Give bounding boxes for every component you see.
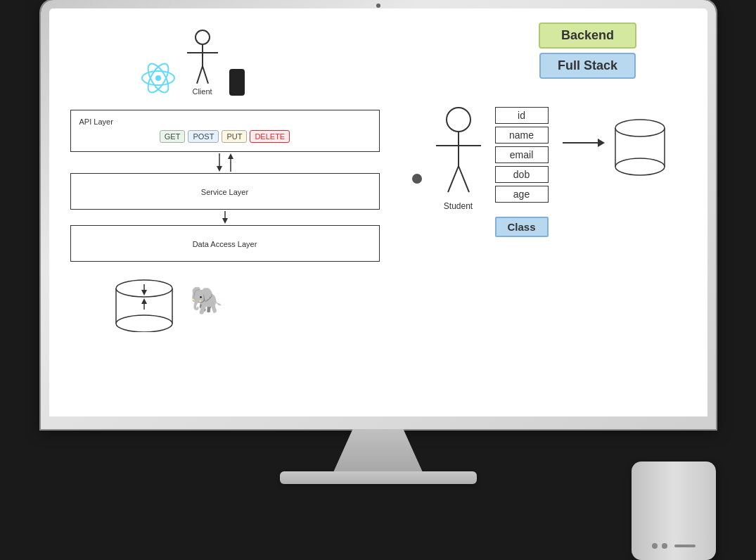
dot — [412, 174, 422, 184]
person-head — [195, 30, 210, 45]
monitor-wrapper: Client API Layer GET POST PUT DELETE — [41, 0, 716, 560]
svg-point-3 — [155, 75, 161, 81]
put-badge: PUT — [222, 130, 247, 143]
badge-row: Backend Full Stack — [475, 23, 700, 79]
screen-content: Client API Layer GET POST PUT DELETE — [49, 8, 707, 416]
fullstack-badge: Full Stack — [539, 53, 636, 79]
dal-layer-box: Data Access Layer — [70, 225, 380, 262]
post-badge: POST — [188, 130, 219, 143]
phone-icon — [229, 69, 245, 96]
http-methods: GET POST PUT DELETE — [79, 130, 371, 143]
stand-neck — [315, 429, 442, 471]
dal-layer-label: Data Access Layer — [193, 240, 257, 248]
mac-pro-port-1 — [652, 543, 658, 549]
right-panel: Backend Full Stack — [405, 23, 700, 237]
svg-marker-9 — [222, 218, 228, 224]
field-email: email — [495, 146, 549, 163]
db-right-svg — [612, 114, 668, 177]
uml-person: Student — [436, 107, 481, 211]
db-section: 🐘 — [113, 276, 380, 332]
person-icon: Client — [187, 30, 218, 96]
arrow-line — [563, 142, 598, 144]
mac-pro-line — [674, 545, 696, 547]
api-layer-label: API Layer — [79, 117, 371, 126]
arrow-head — [598, 139, 605, 147]
svg-marker-5 — [217, 166, 222, 172]
stand-base — [280, 471, 477, 484]
mac-pro-port-2 — [662, 543, 667, 549]
arrow-db-right — [563, 139, 605, 147]
camera-dot — [376, 4, 380, 8]
get-badge: GET — [160, 130, 186, 143]
service-dal-arrow — [70, 210, 380, 225]
postgresql-icon: 🐘 — [190, 285, 223, 316]
student-label: Student — [444, 201, 473, 211]
service-layer-label: Service Layer — [201, 188, 248, 196]
service-layer-box: Service Layer — [70, 173, 380, 210]
arrow-svg-2 — [214, 210, 236, 225]
svg-point-23 — [615, 158, 665, 175]
field-dob: dob — [495, 166, 549, 183]
arrow-svg-1 — [204, 152, 246, 173]
svg-marker-11 — [141, 290, 147, 295]
uml-head — [446, 107, 471, 132]
class-badge: Class — [495, 217, 549, 237]
api-layer-box: API Layer GET POST PUT DELETE — [70, 110, 380, 152]
api-service-arrows — [70, 152, 380, 173]
dot-person — [412, 135, 422, 184]
svg-marker-13 — [141, 298, 147, 304]
monitor-frame: Client API Layer GET POST PUT DELETE — [41, 0, 716, 429]
client-label: Client — [192, 87, 212, 96]
left-panel: Client API Layer GET POST PUT DELETE — [70, 30, 380, 332]
monitor-screen: Client API Layer GET POST PUT DELETE — [49, 8, 707, 416]
mac-pro-ports — [652, 543, 696, 549]
svg-marker-7 — [228, 153, 233, 159]
fields-column: id name email dob age Class — [495, 107, 549, 237]
client-row: Client — [141, 30, 380, 96]
react-icon — [141, 61, 176, 96]
db-arrows — [137, 283, 151, 311]
field-name: name — [495, 127, 549, 144]
field-age: age — [495, 186, 549, 203]
svg-point-22 — [615, 120, 665, 136]
arrow-to-db — [563, 139, 605, 147]
svg-point-18 — [116, 315, 172, 332]
delete-badge: DELETE — [250, 130, 290, 143]
field-id: id — [495, 107, 549, 124]
db-cylinder-right — [612, 114, 668, 180]
uml-section: Student id name email dob age Class — [412, 100, 700, 237]
mac-pro — [632, 462, 716, 560]
db-cylinder-left — [113, 276, 176, 332]
backend-badge: Backend — [539, 23, 636, 49]
